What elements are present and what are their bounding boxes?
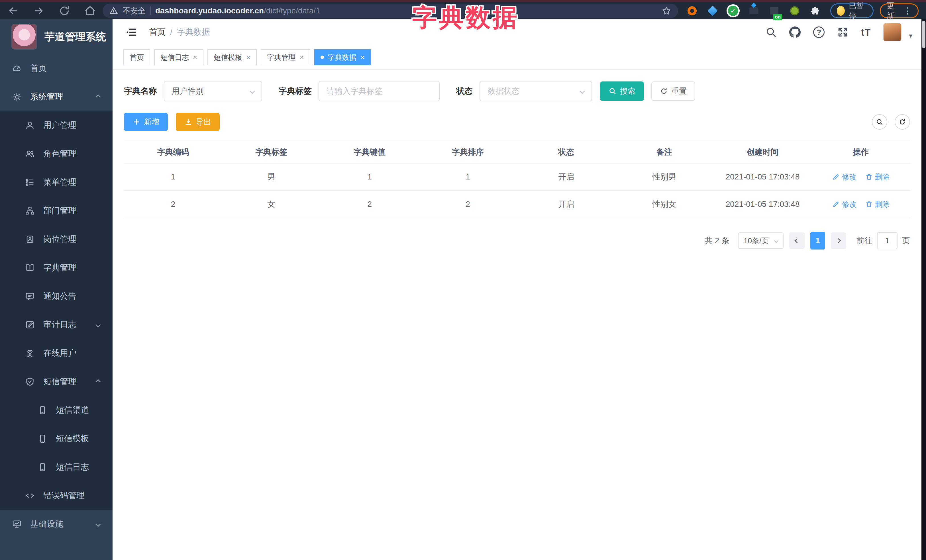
sidebar-item-sms-template[interactable]: 短信模板 (0, 424, 112, 453)
sidebar-item-sms-channel[interactable]: 短信渠道 (0, 396, 112, 424)
pencil-icon (832, 173, 840, 181)
github-icon[interactable] (789, 27, 800, 38)
tags-view-bar: 首页 短信日志× 短信模板× 字典管理× 字典数据× (112, 45, 926, 70)
close-icon[interactable]: × (300, 53, 304, 62)
sidebar-item-infrastructure[interactable]: 基础设施 (0, 510, 112, 538)
delete-button[interactable]: 删除 (865, 199, 890, 209)
app-logo[interactable]: 芋道管理系统 (0, 20, 112, 54)
reset-button[interactable]: 重置 (651, 82, 695, 101)
sidebar-item-sms-log[interactable]: 短信日志 (0, 453, 112, 482)
active-dot (321, 56, 324, 59)
page-size-select[interactable]: 10条/页 (738, 232, 784, 249)
extension-gem-icon[interactable] (707, 5, 718, 16)
user-avatar[interactable] (883, 23, 902, 41)
refresh-icon (899, 118, 906, 125)
sidebar-item-user-mgmt[interactable]: 用户管理 (0, 111, 112, 140)
sidebar-item-system-mgmt[interactable]: 系统管理 (0, 83, 112, 111)
user-icon (25, 121, 35, 130)
dict-name-select[interactable]: 用户性别 (164, 81, 262, 101)
address-bar[interactable]: 不安全 dashboard.yudao.iocoder.cn/dict/type… (103, 4, 678, 18)
org-tree-icon (25, 206, 35, 216)
sidebar-item-home[interactable]: 首页 (0, 54, 112, 83)
audit-log-icon (25, 320, 35, 329)
sidebar-item-menu-mgmt[interactable]: 菜单管理 (0, 168, 112, 196)
extension-on-icon[interactable]: on (769, 5, 779, 16)
status-select[interactable]: 数据状态 (480, 81, 592, 101)
close-icon[interactable]: × (193, 53, 197, 62)
phone-icon (38, 462, 47, 472)
browser-home-icon[interactable] (84, 5, 96, 17)
total-count: 共 2 条 (705, 235, 729, 246)
search-button[interactable]: 搜索 (600, 82, 644, 101)
page-unit-label: 页 (902, 235, 910, 246)
page-url[interactable]: dashboard.yudao.iocoder.cn/dict/type/dat… (155, 6, 320, 15)
sidebar-item-error-code-mgmt[interactable]: 错误码管理 (0, 482, 112, 510)
message-icon (25, 291, 35, 301)
logo-image (11, 24, 37, 50)
export-button[interactable]: 导出 (176, 113, 220, 131)
add-button[interactable]: 新增 (124, 113, 168, 131)
extension-ring-icon[interactable] (687, 5, 698, 16)
table-row[interactable]: 2 女 2 2 开启 性别女 2021-01-05 17:03:48 修改 (124, 191, 910, 218)
browser-reload-icon[interactable] (59, 5, 70, 17)
sidebar-item-sms-mgmt[interactable]: 短信管理 (0, 367, 112, 396)
chevron-down-icon[interactable]: ▼ (908, 33, 914, 39)
sidebar-item-online-users[interactable]: 在线用户 (0, 339, 112, 367)
table-toolbar: 新增 导出 (124, 113, 910, 131)
tab-sms-log[interactable]: 短信日志× (154, 49, 203, 65)
extension-green-icon[interactable] (789, 5, 800, 16)
next-page-button[interactable] (831, 232, 846, 249)
sidebar-item-notice[interactable]: 通知公告 (0, 282, 112, 311)
browser-menu-icon[interactable]: ⋮ (903, 6, 912, 15)
breadcrumb-home[interactable]: 首页 (149, 27, 165, 38)
sidebar-item-post-mgmt[interactable]: 岗位管理 (0, 225, 112, 254)
goto-page-input[interactable] (877, 232, 897, 249)
extensions-puzzle-icon[interactable] (810, 5, 820, 16)
refresh-table-button[interactable] (895, 114, 910, 130)
toggle-search-button[interactable] (872, 114, 887, 130)
search-icon[interactable] (765, 27, 777, 38)
search-icon (608, 87, 617, 95)
close-icon[interactable]: × (360, 53, 365, 62)
table-row[interactable]: 1 男 1 1 开启 性别男 2021-01-05 17:03:48 修改 (124, 163, 910, 191)
refresh-icon (660, 87, 668, 95)
security-label[interactable]: 不安全 (123, 6, 145, 16)
tab-sms-template[interactable]: 短信模板× (207, 49, 257, 65)
extension-paused-badge[interactable]: 已暂停 (830, 3, 873, 18)
dict-tag-input[interactable]: 请输入字典标签 (319, 81, 440, 101)
fullscreen-icon[interactable] (837, 27, 849, 38)
close-icon[interactable]: × (246, 53, 250, 62)
phone-icon (38, 434, 47, 444)
edit-button[interactable]: 修改 (832, 172, 857, 182)
browser-back-icon[interactable] (8, 5, 19, 17)
download-icon (185, 118, 192, 126)
sidebar-item-dept-mgmt[interactable]: 部门管理 (0, 196, 112, 225)
help-icon[interactable]: ? (813, 27, 825, 38)
font-size-icon[interactable]: tT (861, 27, 871, 38)
tab-dict-mgmt[interactable]: 字典管理× (261, 49, 310, 65)
tab-home[interactable]: 首页 (123, 49, 150, 65)
status-text: 开启 (517, 199, 616, 210)
extension-check-icon[interactable]: ✓ (728, 5, 738, 16)
sidebar-collapse-button[interactable] (125, 26, 137, 38)
dict-data-table: 字典编码 字典标签 字典键值 字典排序 状态 备注 创建时间 操作 1 男 1 … (124, 141, 910, 218)
shield-check-icon (25, 377, 35, 386)
page-scrollbar[interactable] (921, 20, 926, 560)
delete-button[interactable]: 删除 (865, 172, 890, 182)
browser-forward-icon[interactable] (33, 5, 44, 17)
bookmark-star-icon[interactable] (661, 6, 671, 16)
sidebar-item-role-mgmt[interactable]: 角色管理 (0, 140, 112, 168)
prev-page-button[interactable] (789, 232, 805, 249)
edit-button[interactable]: 修改 (832, 199, 857, 209)
browser-update-button[interactable]: 更新 ⋮ (880, 3, 918, 18)
monitor-chart-icon (12, 519, 22, 529)
system-submenu: 用户管理 角色管理 菜单管理 部门管理 岗位管理 字典管理 (0, 111, 112, 510)
scrollbar-thumb[interactable] (922, 21, 925, 48)
tab-dict-data[interactable]: 字典数据× (314, 49, 371, 65)
pencil-icon (832, 201, 840, 208)
table-header: 字典编码 字典标签 字典键值 字典排序 状态 备注 创建时间 操作 (124, 141, 910, 163)
sidebar-item-audit-log[interactable]: 审计日志 (0, 311, 112, 339)
extension-sliders-icon[interactable] (748, 5, 759, 16)
sidebar-item-dict-mgmt[interactable]: 字典管理 (0, 254, 112, 282)
page-number-active[interactable]: 1 (810, 232, 825, 249)
